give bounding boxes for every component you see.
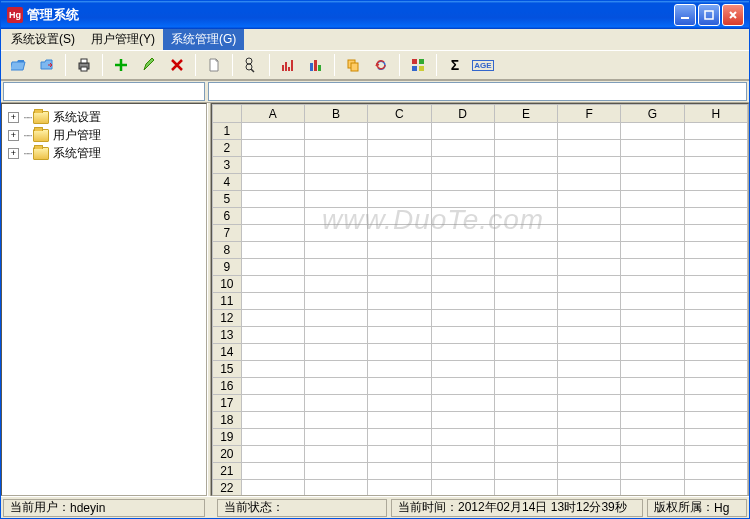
cell-G17[interactable]	[621, 395, 684, 412]
row-header-19[interactable]: 19	[213, 429, 242, 446]
cell-C18[interactable]	[368, 412, 431, 429]
cell-F16[interactable]	[558, 378, 621, 395]
cell-D5[interactable]	[431, 191, 494, 208]
col-header-F[interactable]: F	[558, 105, 621, 123]
cell-A1[interactable]	[241, 123, 304, 140]
cell-C17[interactable]	[368, 395, 431, 412]
tree-node-user-mgmt[interactable]: + ······ 用户管理	[2, 126, 206, 144]
cell-A3[interactable]	[241, 157, 304, 174]
cell-B4[interactable]	[304, 174, 367, 191]
cell-A10[interactable]	[241, 276, 304, 293]
cell-D15[interactable]	[431, 361, 494, 378]
cell-A22[interactable]	[241, 480, 304, 496]
cell-A2[interactable]	[241, 140, 304, 157]
cell-D16[interactable]	[431, 378, 494, 395]
cell-E20[interactable]	[494, 446, 557, 463]
row-header-11[interactable]: 11	[213, 293, 242, 310]
cell-H4[interactable]	[684, 174, 747, 191]
cell-E4[interactable]	[494, 174, 557, 191]
cell-C3[interactable]	[368, 157, 431, 174]
cell-F21[interactable]	[558, 463, 621, 480]
cell-B13[interactable]	[304, 327, 367, 344]
cell-C11[interactable]	[368, 293, 431, 310]
expand-icon[interactable]: +	[8, 148, 19, 159]
cell-D22[interactable]	[431, 480, 494, 496]
cell-A20[interactable]	[241, 446, 304, 463]
cell-A18[interactable]	[241, 412, 304, 429]
tree-node-system-mgmt[interactable]: + ······ 系统管理	[2, 144, 206, 162]
cell-H9[interactable]	[684, 259, 747, 276]
cell-C13[interactable]	[368, 327, 431, 344]
cell-A11[interactable]	[241, 293, 304, 310]
cell-C6[interactable]	[368, 208, 431, 225]
cell-G18[interactable]	[621, 412, 684, 429]
row-header-1[interactable]: 1	[213, 123, 242, 140]
cell-G8[interactable]	[621, 242, 684, 259]
formula-input[interactable]	[208, 82, 747, 101]
cell-E18[interactable]	[494, 412, 557, 429]
row-header-2[interactable]: 2	[213, 140, 242, 157]
cell-F20[interactable]	[558, 446, 621, 463]
cell-E14[interactable]	[494, 344, 557, 361]
menu-system-settings[interactable]: 系统设置(S)	[3, 29, 83, 50]
cell-D18[interactable]	[431, 412, 494, 429]
cell-G1[interactable]	[621, 123, 684, 140]
age-button[interactable]: AGE	[471, 53, 495, 77]
cell-C19[interactable]	[368, 429, 431, 446]
cell-E8[interactable]	[494, 242, 557, 259]
col-header-C[interactable]: C	[368, 105, 431, 123]
spreadsheet-grid[interactable]: ABCDEFGH12345678910111213141516171819202…	[212, 104, 748, 495]
copy-button[interactable]	[341, 53, 365, 77]
tree-node-system-settings[interactable]: + ······ 系统设置	[2, 108, 206, 126]
cell-A7[interactable]	[241, 225, 304, 242]
cell-E13[interactable]	[494, 327, 557, 344]
cell-B3[interactable]	[304, 157, 367, 174]
cell-F14[interactable]	[558, 344, 621, 361]
cell-E22[interactable]	[494, 480, 557, 496]
cell-H14[interactable]	[684, 344, 747, 361]
cell-G19[interactable]	[621, 429, 684, 446]
cell-H5[interactable]	[684, 191, 747, 208]
cell-G3[interactable]	[621, 157, 684, 174]
cell-H19[interactable]	[684, 429, 747, 446]
expand-icon[interactable]: +	[8, 130, 19, 141]
cell-H12[interactable]	[684, 310, 747, 327]
cell-H20[interactable]	[684, 446, 747, 463]
cell-D1[interactable]	[431, 123, 494, 140]
cell-D12[interactable]	[431, 310, 494, 327]
cell-D6[interactable]	[431, 208, 494, 225]
cell-E12[interactable]	[494, 310, 557, 327]
sum-button[interactable]: Σ	[443, 53, 467, 77]
cell-B1[interactable]	[304, 123, 367, 140]
row-header-9[interactable]: 9	[213, 259, 242, 276]
refresh-button[interactable]	[369, 53, 393, 77]
cell-B16[interactable]	[304, 378, 367, 395]
cell-D4[interactable]	[431, 174, 494, 191]
cell-F9[interactable]	[558, 259, 621, 276]
cell-F15[interactable]	[558, 361, 621, 378]
cell-B17[interactable]	[304, 395, 367, 412]
cell-D21[interactable]	[431, 463, 494, 480]
color-grid-button[interactable]	[406, 53, 430, 77]
cell-F18[interactable]	[558, 412, 621, 429]
cell-E21[interactable]	[494, 463, 557, 480]
cell-G6[interactable]	[621, 208, 684, 225]
cell-D10[interactable]	[431, 276, 494, 293]
col-header-D[interactable]: D	[431, 105, 494, 123]
cell-F5[interactable]	[558, 191, 621, 208]
cell-G4[interactable]	[621, 174, 684, 191]
cell-H21[interactable]	[684, 463, 747, 480]
cell-B9[interactable]	[304, 259, 367, 276]
close-button[interactable]	[722, 4, 744, 26]
cell-F8[interactable]	[558, 242, 621, 259]
cell-F13[interactable]	[558, 327, 621, 344]
cell-H11[interactable]	[684, 293, 747, 310]
row-header-16[interactable]: 16	[213, 378, 242, 395]
row-header-4[interactable]: 4	[213, 174, 242, 191]
titlebar[interactable]: Hg 管理系统	[1, 1, 749, 29]
cell-A12[interactable]	[241, 310, 304, 327]
cell-H3[interactable]	[684, 157, 747, 174]
row-header-21[interactable]: 21	[213, 463, 242, 480]
cell-G12[interactable]	[621, 310, 684, 327]
cell-G9[interactable]	[621, 259, 684, 276]
